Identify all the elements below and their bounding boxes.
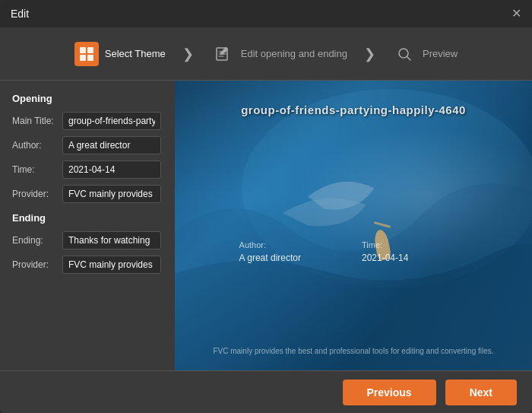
left-panel: Opening Main Title: Author: Time: Provid… (0, 81, 175, 370)
edit-window: Edit ✕ Select Theme ❯ (0, 0, 532, 413)
window-title: Edit (11, 8, 29, 20)
ending-row: Ending: (12, 231, 163, 249)
preview-time-label: Time: (362, 240, 408, 249)
preview-time-col: Time: 2021-04-14 (362, 240, 408, 263)
author-input[interactable] (62, 136, 161, 154)
svg-rect-3 (87, 55, 93, 61)
svg-rect-0 (80, 47, 86, 53)
ending-provider-input[interactable] (62, 256, 161, 274)
time-input[interactable] (62, 160, 161, 179)
main-title-input[interactable] (62, 112, 161, 130)
edit-opening-label: Edit opening and ending (241, 48, 347, 59)
author-row: Author: (12, 136, 163, 154)
svg-rect-1 (87, 47, 93, 53)
edit-opening-icon (211, 42, 235, 66)
ending-label: Ending: (12, 235, 58, 246)
ending-input[interactable] (62, 231, 161, 249)
preview-provider-text: FVC mainly provides the best and profess… (175, 347, 532, 355)
toolbar-arrow-1: ❯ (179, 46, 197, 62)
previous-button[interactable]: Previous (343, 380, 436, 405)
ending-provider-label: Provider: (12, 259, 58, 270)
preview-title: group-of-friends-partying-happily-4640 (175, 103, 532, 116)
provider-row: Provider: (12, 185, 163, 203)
ending-section-title: Ending (12, 212, 163, 224)
preview-author-label: Author: (239, 240, 301, 249)
toolbar-step-preview[interactable]: Preview (378, 42, 471, 66)
toolbar: Select Theme ❯ Edit opening and ending ❯ (0, 27, 532, 81)
preview-image: group-of-friends-partying-happily-4640 A… (175, 81, 532, 370)
main-title-row: Main Title: (12, 112, 163, 130)
main-title-label: Main Title: (12, 116, 58, 126)
content-area: Opening Main Title: Author: Time: Provid… (0, 81, 532, 370)
preview-time-value: 2021-04-14 (362, 253, 408, 263)
title-bar: Edit ✕ (0, 0, 532, 27)
preview-author-time: Author: A great director Time: 2021-04-1… (239, 240, 409, 263)
preview-icon (392, 42, 416, 66)
preview-author-value: A great director (239, 253, 301, 263)
select-theme-label: Select Theme (105, 48, 166, 59)
provider-input[interactable] (62, 185, 161, 203)
select-theme-icon (74, 42, 99, 66)
toolbar-step-edit-opening[interactable]: Edit opening and ending (197, 42, 361, 66)
opening-section-title: Opening (12, 93, 163, 104)
time-label: Time: (12, 164, 58, 175)
footer: Previous Next (0, 370, 532, 413)
ending-provider-row: Provider: (12, 256, 163, 274)
preview-author-col: Author: A great director (239, 240, 301, 263)
preview-area: group-of-friends-partying-happily-4640 A… (175, 81, 532, 370)
time-row: Time: (12, 160, 163, 179)
toolbar-arrow-2: ❯ (361, 46, 378, 62)
next-button[interactable]: Next (445, 380, 517, 405)
author-label: Author: (12, 140, 58, 151)
preview-label: Preview (423, 48, 458, 59)
provider-label: Provider: (12, 189, 58, 199)
close-button[interactable]: ✕ (511, 8, 521, 20)
svg-rect-2 (80, 55, 86, 61)
toolbar-step-select-theme[interactable]: Select Theme (61, 42, 179, 66)
